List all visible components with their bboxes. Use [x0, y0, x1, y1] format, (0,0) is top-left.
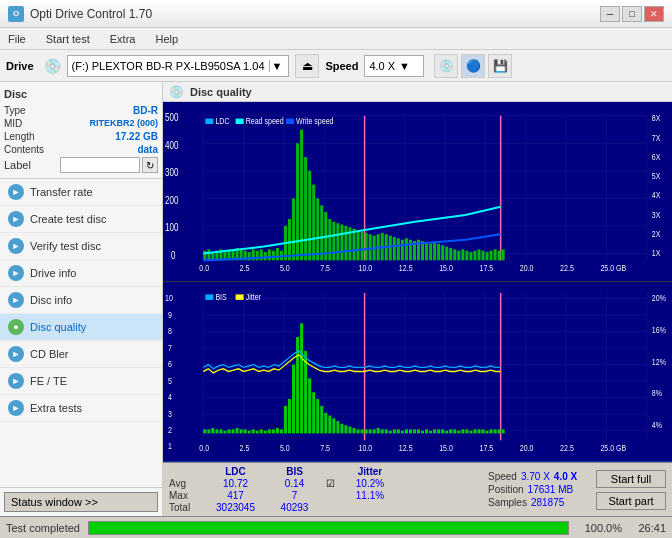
svg-rect-181 — [324, 413, 327, 434]
svg-text:2X: 2X — [652, 228, 661, 239]
menu-extra[interactable]: Extra — [106, 31, 140, 47]
svg-rect-187 — [348, 427, 351, 434]
nav-disc-quality[interactable]: ● Disc quality — [0, 314, 162, 341]
svg-text:25.0 GB: 25.0 GB — [600, 442, 626, 453]
svg-rect-87 — [469, 252, 472, 260]
nav-cd-bler[interactable]: ► CD Bler — [0, 341, 162, 368]
svg-text:7.5: 7.5 — [320, 442, 330, 453]
content-area: 💿 Disc quality — [163, 82, 672, 516]
svg-text:0.0: 0.0 — [199, 262, 209, 273]
svg-rect-165 — [260, 429, 263, 433]
svg-rect-158 — [232, 429, 235, 433]
speed-dropdown-icon[interactable]: ▼ — [399, 60, 410, 72]
label-input[interactable] — [60, 157, 140, 173]
verify-test-disc-label: Verify test disc — [30, 240, 101, 252]
svg-rect-85 — [461, 249, 464, 260]
svg-rect-92 — [490, 251, 493, 261]
svg-rect-76 — [425, 242, 428, 260]
menu-help[interactable]: Help — [151, 31, 182, 47]
stats-max-ldc: 417 — [208, 490, 263, 501]
svg-rect-154 — [215, 429, 218, 433]
drive-dropdown-icon[interactable]: ▼ — [269, 60, 285, 72]
nav-create-test-disc[interactable]: ► Create test disc — [0, 206, 162, 233]
toolbar-btn-3[interactable]: 💾 — [488, 54, 512, 78]
nav-fe-te[interactable]: ► FE / TE — [0, 368, 162, 395]
fe-te-label: FE / TE — [30, 375, 67, 387]
svg-rect-223 — [494, 429, 497, 433]
svg-rect-162 — [248, 431, 251, 434]
svg-rect-177 — [308, 378, 311, 433]
drive-label: Drive — [6, 60, 34, 72]
svg-rect-180 — [320, 406, 323, 434]
stats-jitter-checkbox[interactable]: ☑ — [326, 478, 336, 489]
charts-container: 500 400 300 200 100 0 8X 7X 6X 5X 4X 3X … — [163, 102, 672, 462]
svg-rect-52 — [328, 219, 331, 260]
toolbar-btn-2[interactable]: 🔵 — [461, 54, 485, 78]
svg-rect-199 — [397, 429, 400, 433]
svg-text:0: 0 — [171, 249, 175, 262]
svg-rect-215 — [461, 429, 464, 433]
svg-rect-49 — [316, 198, 319, 260]
speed-select[interactable]: 4.0 X ▼ — [364, 55, 424, 77]
stats-ldc-header: LDC — [208, 466, 263, 477]
svg-text:17.5: 17.5 — [479, 442, 493, 453]
svg-rect-53 — [332, 222, 335, 261]
disc-type-row: Type BD-R — [4, 104, 158, 117]
svg-text:10: 10 — [165, 292, 173, 303]
stats-total-bis: 40293 — [267, 502, 322, 513]
svg-text:9: 9 — [168, 309, 172, 320]
nav-disc-info[interactable]: ► Disc info — [0, 287, 162, 314]
toolbar-btn-1[interactable]: 💿 — [434, 54, 458, 78]
start-full-button[interactable]: Start full — [596, 470, 666, 488]
svg-rect-37 — [268, 249, 271, 260]
svg-text:5.0: 5.0 — [280, 262, 290, 273]
length-value: 17.22 GB — [115, 131, 158, 142]
disc-info-label: Disc info — [30, 294, 72, 306]
svg-rect-155 — [219, 429, 222, 433]
svg-rect-42 — [288, 219, 291, 260]
nav-transfer-rate[interactable]: ► Transfer rate — [0, 179, 162, 206]
verify-test-disc-icon: ► — [8, 238, 24, 254]
svg-rect-166 — [264, 431, 267, 434]
svg-rect-178 — [312, 392, 315, 433]
svg-rect-82 — [449, 248, 452, 260]
svg-text:25.0 GB: 25.0 GB — [600, 262, 626, 273]
create-test-disc-label: Create test disc — [30, 213, 106, 225]
svg-rect-217 — [469, 431, 472, 434]
svg-rect-167 — [268, 429, 271, 433]
svg-rect-94 — [498, 251, 501, 261]
svg-text:8%: 8% — [652, 387, 663, 398]
svg-text:100: 100 — [165, 221, 178, 234]
svg-rect-61 — [365, 233, 368, 261]
maximize-button[interactable]: □ — [622, 6, 642, 22]
svg-rect-79 — [437, 244, 440, 261]
nav-extra-tests[interactable]: ► Extra tests — [0, 395, 162, 422]
svg-text:16%: 16% — [652, 324, 667, 335]
disc-label-row: Label ↻ — [4, 156, 158, 174]
nav-items: ► Transfer rate ► Create test disc ► Ver… — [0, 179, 162, 487]
eject-button[interactable]: ⏏ — [295, 54, 319, 78]
status-window-button[interactable]: Status window >> — [4, 492, 158, 512]
drive-select[interactable]: (F:) PLEXTOR BD-R PX-LB950SA 1.04 ▼ — [67, 55, 290, 77]
svg-text:10.0: 10.0 — [359, 442, 373, 453]
svg-rect-201 — [405, 429, 408, 433]
svg-rect-218 — [473, 429, 476, 433]
stats-avg-ldc: 10.72 — [208, 478, 263, 489]
svg-text:20.0: 20.0 — [520, 262, 534, 273]
nav-drive-info[interactable]: ► Drive info — [0, 260, 162, 287]
svg-rect-55 — [340, 225, 343, 261]
svg-rect-224 — [498, 429, 501, 433]
start-part-button[interactable]: Start part — [596, 492, 666, 510]
svg-rect-221 — [486, 431, 489, 434]
label-refresh-btn[interactable]: ↻ — [142, 157, 158, 173]
svg-rect-193 — [373, 429, 376, 433]
menu-file[interactable]: File — [4, 31, 30, 47]
svg-rect-88 — [473, 251, 476, 261]
svg-rect-175 — [300, 323, 303, 433]
close-button[interactable]: ✕ — [644, 6, 664, 22]
minimize-button[interactable]: ─ — [600, 6, 620, 22]
svg-rect-84 — [457, 251, 460, 261]
nav-verify-test-disc[interactable]: ► Verify test disc — [0, 233, 162, 260]
chart-ldc: 500 400 300 200 100 0 8X 7X 6X 5X 4X 3X … — [163, 102, 672, 282]
menu-start-test[interactable]: Start test — [42, 31, 94, 47]
